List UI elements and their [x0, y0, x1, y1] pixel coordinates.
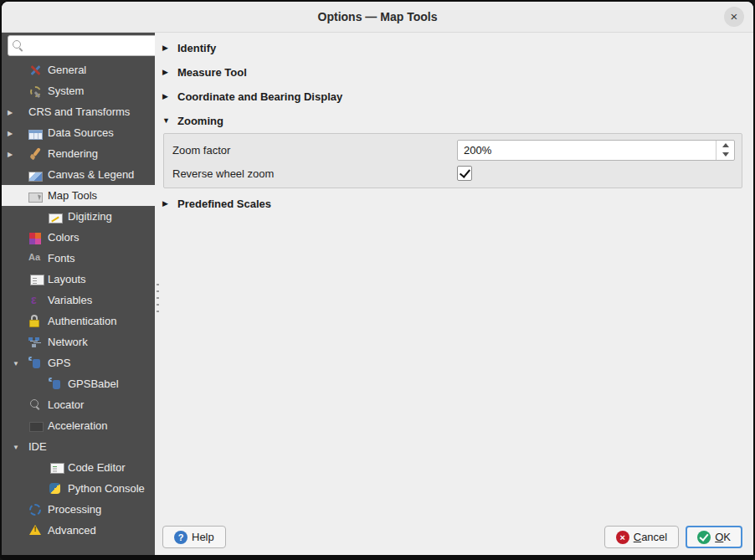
sidebar-splitter[interactable] [155, 33, 161, 555]
sidebar-item-python-console[interactable]: Python Console [2, 478, 155, 499]
sidebar-item-label: Data Sources [48, 126, 114, 139]
reverse-wheel-zoom-checkbox[interactable] [457, 166, 472, 181]
sidebar-item-code-editor[interactable]: Code Editor [2, 457, 155, 478]
titlebar[interactable]: Options — Map Tools × [2, 2, 753, 33]
accel-icon [29, 422, 44, 432]
cancel-button-label: Cancel [634, 531, 667, 543]
python-icon [49, 482, 63, 496]
sidebar-item-locator[interactable]: Locator [2, 394, 155, 415]
splitter-handle-icon [157, 284, 159, 312]
section-predefined-scales[interactable]: ▶ Predefined Scales [162, 195, 271, 212]
sidebar-item-label: Layouts [48, 273, 86, 285]
sidebar-item-rendering[interactable]: ▶Rendering [2, 143, 155, 164]
locator-icon [28, 398, 43, 412]
options-dialog: Options — Map Tools × GeneralSystem▶CRS … [0, 0, 755, 560]
fonts-icon [28, 252, 43, 265]
zoom-factor-spinbox[interactable]: 200% [457, 140, 735, 161]
sidebar-item-label: Colors [48, 231, 80, 244]
settings-tree: GeneralSystem▶CRS and Transforms▶Data So… [2, 59, 155, 555]
chevron-right-icon[interactable]: ▶ [8, 108, 13, 116]
section-zooming[interactable]: ▼ Zooming [162, 112, 223, 129]
sidebar-item-variables[interactable]: Variables [2, 290, 155, 311]
sidebar-item-label: Processing [48, 503, 101, 516]
sidebar-item-label: Canvas & Legend [48, 168, 134, 181]
sidebar-item-label: Code Editor [68, 461, 126, 474]
settings-sidebar: GeneralSystem▶CRS and Transforms▶Data So… [2, 33, 155, 555]
sidebar-item-advanced[interactable]: Advanced [2, 520, 155, 541]
section-label: Measure Tool [177, 66, 247, 79]
sidebar-item-label: Python Console [68, 482, 145, 495]
sidebar-item-layouts[interactable]: Layouts [2, 269, 155, 290]
general-icon [28, 64, 43, 77]
sidebar-item-map-tools[interactable]: Map Tools [2, 185, 155, 206]
digitizing-icon [49, 213, 63, 223]
section-label: Zooming [177, 115, 223, 127]
chevron-down-icon[interactable]: ▼ [13, 359, 19, 367]
dialog-title: Options — Map Tools [318, 10, 438, 23]
sidebar-item-processing[interactable]: Processing [2, 499, 155, 520]
sidebar-item-label: Network [48, 336, 88, 348]
chevron-down-icon[interactable]: ▼ [13, 443, 19, 450]
sidebar-item-label: Advanced [48, 524, 96, 537]
gps-icon [49, 378, 63, 391]
sidebar-item-fonts[interactable]: Fonts [2, 248, 155, 269]
gps-icon [28, 357, 43, 370]
chevron-right-icon: ▶ [162, 68, 177, 76]
sidebar-item-canvas-legend[interactable]: Canvas & Legend [2, 164, 155, 185]
chevron-right-icon[interactable]: ▶ [8, 129, 13, 136]
advanced-icon [28, 524, 43, 537]
search-input[interactable] [24, 39, 154, 53]
sidebar-item-data-sources[interactable]: ▶Data Sources [2, 122, 155, 143]
sidebar-item-gpsbabel[interactable]: GPSBabel [2, 373, 155, 394]
sidebar-search[interactable] [8, 35, 158, 56]
sidebar-item-network[interactable]: Network [2, 331, 155, 352]
sidebar-item-ide[interactable]: ▼IDE [2, 436, 155, 457]
chevron-right-icon: ▶ [162, 44, 177, 52]
sidebar-item-crs-and-transforms[interactable]: ▶CRS and Transforms [2, 101, 155, 122]
chevron-right-icon: ▶ [162, 92, 177, 100]
codeeditor-icon [50, 463, 64, 474]
arrow-up-icon [722, 143, 729, 147]
ok-button[interactable]: OK [686, 526, 742, 548]
section-coordinate-bearing[interactable]: ▶ Coordinate and Bearing Display [162, 88, 342, 105]
zoom-factor-value[interactable]: 200% [458, 141, 716, 160]
sidebar-item-acceleration[interactable]: Acceleration [2, 415, 155, 436]
section-label: Identify [177, 42, 216, 54]
sidebar-item-general[interactable]: General [2, 59, 155, 80]
sidebar-item-system[interactable]: System [2, 80, 155, 101]
help-button[interactable]: ? Help [162, 526, 226, 548]
sidebar-item-label: Authentication [48, 315, 116, 327]
sidebar-item-authentication[interactable]: Authentication [2, 311, 155, 331]
spin-up-button[interactable] [716, 141, 734, 151]
rendering-icon [28, 147, 43, 161]
zoom-factor-row: Zoom factor 200% [172, 138, 735, 162]
reverse-wheel-zoom-label: Reverse wheel zoom [172, 167, 457, 180]
sidebar-item-label: General [48, 64, 86, 76]
ok-button-label: OK [715, 531, 731, 543]
close-button[interactable]: × [724, 7, 744, 27]
sidebar-item-digitizing[interactable]: Digitizing [2, 206, 155, 227]
section-identify[interactable]: ▶ Identify [162, 39, 216, 56]
sidebar-item-gps[interactable]: ▼GPS [2, 352, 155, 373]
sidebar-item-colors[interactable]: Colors [2, 227, 155, 248]
maptools-icon [28, 193, 43, 203]
system-icon [28, 85, 43, 98]
chevron-right-icon[interactable]: ▶ [8, 150, 13, 157]
sidebar-item-label: Locator [48, 398, 84, 411]
cancel-button[interactable]: × Cancel [604, 526, 679, 548]
help-button-label: Help [192, 531, 214, 543]
dialog-button-box: ? Help × Cancel OK [162, 526, 742, 548]
section-measure-tool[interactable]: ▶ Measure Tool [162, 64, 247, 80]
sidebar-item-label: Variables [48, 294, 92, 306]
close-icon: × [731, 10, 738, 23]
arrow-down-icon [722, 152, 729, 157]
chevron-right-icon: ▶ [162, 199, 177, 208]
sidebar-item-label: Digitizing [68, 210, 112, 223]
spin-down-button[interactable] [716, 150, 734, 160]
sidebar-item-label: Rendering [48, 147, 98, 160]
section-label: Predefined Scales [177, 198, 271, 210]
processing-icon [28, 503, 43, 516]
help-icon: ? [174, 531, 187, 544]
sidebar-item-label: CRS and Transforms [28, 105, 130, 118]
sidebar-item-label: System [48, 85, 84, 97]
